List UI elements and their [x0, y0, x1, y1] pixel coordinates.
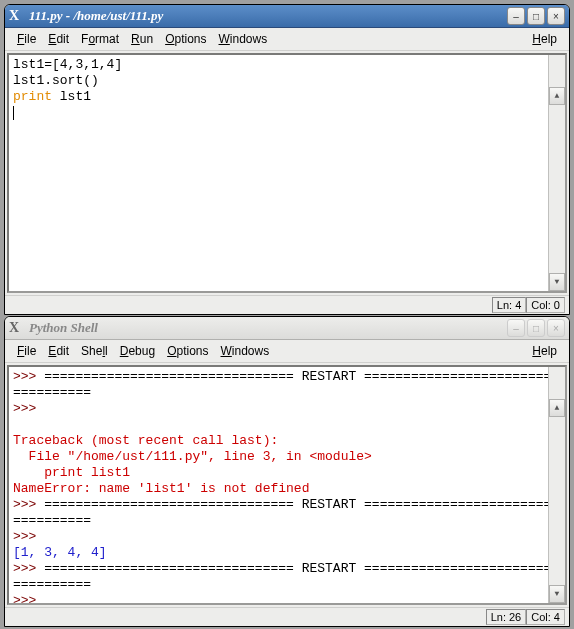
code-line-2: lst1.sort() — [13, 73, 99, 88]
editor-menubar: File Edit Format Run Options Windows Hel… — [5, 28, 569, 51]
app-icon: X — [9, 9, 23, 23]
text-cursor — [13, 106, 14, 120]
shell-output-line: [1, 3, 4, 4] — [13, 545, 107, 560]
editor-statusbar: Ln: 4Col: 0 — [5, 295, 569, 314]
window-controls: – □ × — [507, 7, 565, 25]
status-col: Col: 0 — [526, 297, 565, 313]
menu-debug[interactable]: Debug — [114, 342, 161, 360]
shell-scrollbar[interactable]: ▲ ▼ — [548, 367, 565, 603]
keyword-print: print — [13, 89, 52, 104]
restart-banner-cont: ========== — [13, 385, 91, 400]
code-line-1: lst1=[4,3,1,4] — [13, 57, 122, 72]
restart-banner: ================================ RESTART… — [44, 561, 551, 576]
shell-output[interactable]: >>> ================================ RES… — [7, 365, 567, 605]
traceback-line: Traceback (most recent call last): — [13, 433, 278, 448]
menu-file[interactable]: File — [11, 342, 42, 360]
status-line: Ln: 26 — [486, 609, 527, 625]
scroll-down-icon[interactable]: ▼ — [549, 273, 565, 291]
traceback-line: print list1 — [13, 465, 130, 480]
shell-menubar: File Edit Shell Debug Options Windows He… — [5, 340, 569, 363]
restart-banner-cont: ========== — [13, 577, 91, 592]
menu-file[interactable]: File — [11, 30, 42, 48]
shell-prompt: >>> — [13, 401, 44, 416]
app-icon: X — [9, 321, 23, 335]
shell-title: Python Shell — [29, 320, 507, 336]
menu-shell[interactable]: Shell — [75, 342, 114, 360]
shell-statusbar: Ln: 26Col: 4 — [5, 607, 569, 626]
editor-window: X 111.py - /home/ust/111.py – □ × File E… — [4, 4, 570, 315]
shell-prompt: >>> — [13, 561, 44, 576]
menu-format[interactable]: Format — [75, 30, 125, 48]
menu-options[interactable]: Options — [161, 342, 214, 360]
shell-prompt: >>> — [13, 593, 44, 605]
status-col: Col: 4 — [526, 609, 565, 625]
code-line-3-rest: lst1 — [52, 89, 91, 104]
traceback-line: NameError: name 'list1' is not defined — [13, 481, 309, 496]
menu-run[interactable]: Run — [125, 30, 159, 48]
minimize-button[interactable]: – — [507, 7, 525, 25]
menu-edit[interactable]: Edit — [42, 30, 75, 48]
menu-help[interactable]: Help — [526, 30, 563, 48]
editor-title: 111.py - /home/ust/111.py — [29, 8, 507, 24]
restart-banner: ================================ RESTART… — [44, 369, 551, 384]
shell-prompt: >>> — [13, 497, 44, 512]
close-button[interactable]: × — [547, 319, 565, 337]
restart-banner-cont: ========== — [13, 513, 91, 528]
code-editor[interactable]: lst1=[4,3,1,4] lst1.sort() print lst1 ▲ … — [7, 53, 567, 293]
menu-windows[interactable]: Windows — [215, 342, 276, 360]
window-controls: – □ × — [507, 319, 565, 337]
scroll-down-icon[interactable]: ▼ — [549, 585, 565, 603]
status-line: Ln: 4 — [492, 297, 526, 313]
traceback-line: File "/home/ust/111.py", line 3, in <mod… — [13, 449, 372, 464]
restart-banner: ================================ RESTART… — [44, 497, 551, 512]
shell-prompt: >>> — [13, 369, 44, 384]
scroll-track[interactable] — [549, 71, 565, 275]
close-button[interactable]: × — [547, 7, 565, 25]
editor-scrollbar[interactable]: ▲ ▼ — [548, 55, 565, 291]
maximize-button[interactable]: □ — [527, 7, 545, 25]
minimize-button[interactable]: – — [507, 319, 525, 337]
maximize-button[interactable]: □ — [527, 319, 545, 337]
shell-titlebar[interactable]: X Python Shell – □ × — [5, 317, 569, 340]
shell-prompt: >>> — [13, 529, 44, 544]
menu-options[interactable]: Options — [159, 30, 212, 48]
editor-titlebar[interactable]: X 111.py - /home/ust/111.py – □ × — [5, 5, 569, 28]
shell-window: X Python Shell – □ × File Edit Shell Deb… — [4, 316, 570, 627]
menu-windows[interactable]: Windows — [213, 30, 274, 48]
menu-edit[interactable]: Edit — [42, 342, 75, 360]
menu-help[interactable]: Help — [526, 342, 563, 360]
scroll-track[interactable] — [549, 383, 565, 587]
